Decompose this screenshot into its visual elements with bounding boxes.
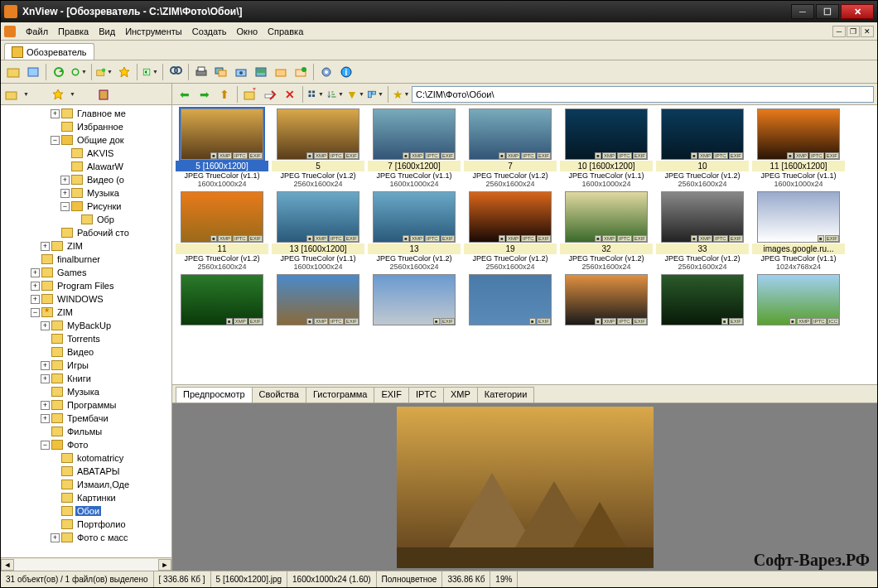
info-button[interactable]: i [337,63,355,81]
tree-item[interactable]: −ZIM [1,306,171,319]
tree-toggle[interactable]: + [41,361,50,370]
preview-tab-5[interactable]: XMP [443,387,478,402]
folder-tree[interactable]: +Главное меИзбранное−Общие докAKVISAlawa… [1,105,171,557]
mdi-close[interactable]: ✕ [861,26,874,37]
titlebar[interactable]: XnView - [Обозреватель - C:\ZIM\Фото\Обо… [1,1,877,22]
thumbnail[interactable]: ■XMPIPTCEXIF11 [1600x1200]JPEG TrueColor… [752,108,845,188]
preview-tab-4[interactable]: IPTC [408,387,444,402]
tree-item[interactable]: +Видео (о [1,173,171,186]
menu-создать[interactable]: Создать [187,25,232,38]
slideshow-button[interactable] [252,63,270,81]
thumbnail[interactable]: ■EXIF [368,274,461,325]
preview-tab-0[interactable]: Предпросмотр [176,387,253,402]
print-button[interactable] [192,63,210,81]
tree-fav-dropdown[interactable]: ▼ [70,91,75,97]
tree-toggle[interactable] [41,335,50,344]
tree-item[interactable]: +Program Files [1,279,171,292]
search-button[interactable] [166,63,185,81]
tree-toggle[interactable] [51,494,60,503]
tree-toggle[interactable]: + [41,321,50,330]
tree-toggle[interactable] [41,388,50,397]
tree-item[interactable]: Обр [1,213,171,226]
scroll-right[interactable]: ► [158,559,171,571]
tree-item[interactable]: +MyBackUp [1,319,171,332]
thumbnail[interactable]: ■EXIF [464,274,557,325]
preview-tab-6[interactable]: Категории [477,387,535,402]
menu-правка[interactable]: Правка [53,25,94,38]
tree-item[interactable]: −Общие док [1,133,171,147]
tree-item[interactable]: Портфолио [1,518,171,531]
minimize-button[interactable]: ─ [791,4,814,19]
tree-item[interactable]: +Музыка [1,186,171,200]
tree-category-button[interactable] [95,85,113,104]
tree-toggle[interactable]: + [41,374,50,383]
tree-folder-button[interactable] [2,85,21,104]
multi-image-button[interactable] [212,63,230,81]
tree-toggle[interactable]: − [51,136,60,145]
tree-item[interactable]: −Фото [1,438,171,451]
tree-item[interactable]: finalburner [1,253,171,266]
thumbnail[interactable]: ■XMPIPTCEXIF [272,274,364,325]
export-button[interactable]: ▼ [141,63,159,81]
tree-toggle[interactable]: + [51,109,60,118]
tree-toggle[interactable] [51,507,60,516]
layout-button[interactable]: ▼ [366,85,384,104]
preview-tab-3[interactable]: EXIF [374,387,408,402]
tree-item[interactable]: +Трембачи [1,412,171,425]
tree-toggle[interactable]: + [41,414,50,423]
thumbnail[interactable]: ■XMPIPTCEXIF10JPEG TrueColor (v1.2)2560x… [656,108,749,188]
tree-toggle[interactable]: + [31,295,40,304]
tree-toggle[interactable]: + [60,189,70,198]
tree-toggle[interactable] [51,480,60,489]
tree-item[interactable]: Видео [1,345,171,359]
delete-button[interactable]: ✕ [281,85,299,104]
thumbnail-area[interactable]: ■XMPIPTCEXIF5 [1600x1200]JPEG TrueColor … [172,105,877,384]
thumbnail[interactable]: ■XMPIPTCEXIF10 [1600x1200]JPEG TrueColor… [560,108,653,188]
tree-toggle[interactable] [60,162,70,171]
thumbnail[interactable]: ■EXIF [656,274,749,325]
tree-toggle[interactable]: − [41,441,50,450]
tree-toggle[interactable]: − [60,202,70,211]
view-mode-button[interactable]: ▼ [306,85,325,104]
tree-item[interactable]: +Games [1,266,171,279]
fav-add-button[interactable]: ★▼ [392,85,410,104]
tree-item[interactable]: +Программы [1,398,171,412]
tree-item[interactable]: +Фото с масс [1,531,171,544]
maximize-button[interactable]: ☐ [816,4,839,19]
tree-item[interactable]: Torrents [1,332,171,345]
tree-folder-dropdown[interactable]: ▼ [23,91,29,97]
tree-item[interactable]: Обои [1,504,171,518]
preview-tab-1[interactable]: Свойства [252,387,306,402]
tree-toggle[interactable] [51,229,60,238]
menu-справка[interactable]: Справка [263,25,308,38]
filter-button[interactable]: ▼▼ [346,85,364,104]
rename-button[interactable] [261,85,279,104]
thumbnail[interactable]: ■XMPIPTCEXIF7JPEG TrueColor (v1.2)2560x1… [464,108,557,188]
thumbnail[interactable]: ■EXIFimages.google.ru...JPEG TrueColor (… [752,191,845,271]
scroll-left[interactable]: ◄ [1,559,14,571]
refresh-button[interactable] [50,63,68,81]
tab-browser[interactable]: Обозреватель [4,43,94,60]
thumbnail[interactable]: ■XMPIPTCEXIF19JPEG TrueColor (v1.2)2560x… [464,191,557,271]
thumbnail[interactable]: ■XMPIPTCEXIF13JPEG TrueColor (v1.2)2560x… [368,191,461,271]
thumbnail[interactable]: ■XMPIPTCEXIF5JPEG TrueColor (v1.2)2560x1… [272,108,364,188]
tree-toggle[interactable]: + [31,282,40,291]
tree-item[interactable]: +WINDOWS [1,292,171,306]
nav-up-button[interactable]: ⬆ [215,85,234,104]
batch-button[interactable] [292,63,310,81]
thumbnail[interactable]: ■XMPIPTCEXIF11JPEG TrueColor (v1.2)2560x… [176,191,268,271]
preview-tab-2[interactable]: Гистограмма [306,387,375,402]
tree-item[interactable]: Рабочий сто [1,226,171,239]
tree-toggle[interactable]: + [51,533,60,542]
tree-toggle[interactable] [51,467,60,476]
thumbnail[interactable]: ■XMPIPTCEXIF33JPEG TrueColor (v1.2)2560x… [656,191,749,271]
tree-toggle[interactable] [51,454,60,463]
sort-button[interactable]: ▼ [326,85,345,104]
tree-toggle[interactable]: + [41,401,50,410]
thumbnail[interactable]: ■XMPIPTCEXIF [560,274,653,325]
tree-toggle[interactable] [41,348,50,357]
tree-item[interactable]: kotomatricy [1,451,171,465]
tree-item[interactable]: АВАТАРЫ [1,465,171,478]
tree-toggle[interactable]: − [31,308,40,317]
thumbnail[interactable]: ■XMPIPTCEXIF32JPEG TrueColor (v1.2)2560x… [560,191,653,271]
